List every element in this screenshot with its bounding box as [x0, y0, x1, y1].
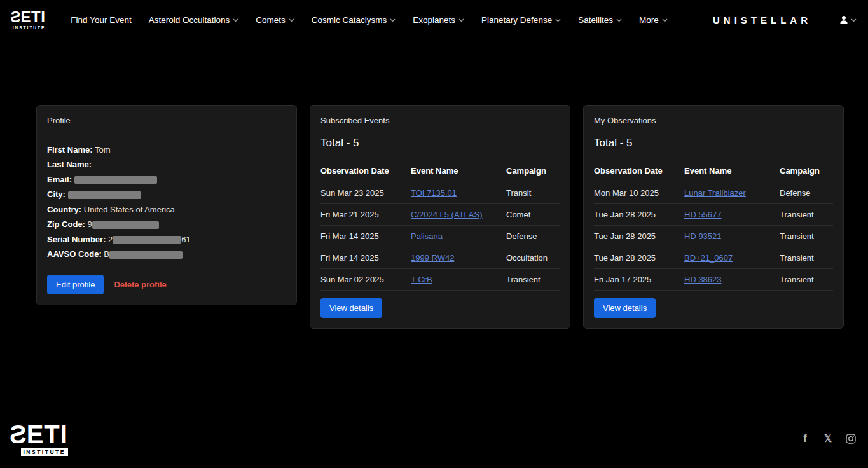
table-row: Tue Jan 28 2025HD 93521Transient — [594, 226, 833, 247]
column-header: Event Name — [411, 160, 506, 182]
unistellar-logo[interactable]: UNISTELLAR — [713, 15, 811, 25]
observation-date-cell: Tue Jan 28 2025 — [594, 226, 684, 247]
nav-item-cosmic-cataclysms[interactable]: Cosmic Cataclysms — [312, 15, 396, 25]
instagram-icon[interactable] — [845, 433, 857, 444]
subscribed-events-view-details-button[interactable]: View details — [320, 298, 382, 318]
observation-date-cell: Fri Mar 21 2025 — [320, 204, 411, 226]
observation-date-cell: Sun Mar 23 2025 — [320, 182, 411, 204]
event-link[interactable]: TOI 7135.01 — [411, 188, 457, 198]
x-twitter-icon[interactable]: 𝕏 — [822, 433, 834, 444]
chevron-down-icon — [390, 18, 396, 22]
event-name-cell: HD 93521 — [684, 226, 780, 247]
subscribed-events-card: Subscribed Events Total - 5 Observation … — [310, 105, 570, 329]
dashboard: Profile First Name: TomLast Name: Email:… — [0, 105, 868, 329]
nav-item-more[interactable]: More — [639, 15, 668, 25]
table-row: Sun Mar 02 2025T CrBTransient — [320, 269, 560, 291]
nav-item-label: Asteroid Occultations — [149, 15, 230, 25]
event-name-cell: 1999 RW42 — [411, 247, 506, 269]
profile-field: Zip Code: 9 — [47, 219, 286, 230]
subscribed-events-total: Total - 5 — [320, 137, 560, 149]
campaign-cell: Transient — [780, 269, 833, 291]
nav-item-planetary-defense[interactable]: Planetary Defense — [481, 15, 561, 25]
event-name-cell: TOI 7135.01 — [411, 182, 506, 204]
nav-item-comets[interactable]: Comets — [256, 15, 294, 25]
profile-field: City: — [47, 189, 286, 200]
observation-date-cell: Tue Jan 28 2025 — [594, 204, 684, 226]
table-header-row: Observation DateEvent NameCampaign — [320, 160, 560, 182]
profile-field: AAVSO Code: B — [47, 249, 286, 260]
table-row: Sun Mar 23 2025TOI 7135.01Transit — [320, 182, 560, 204]
profile-field: Country: United States of America — [47, 204, 286, 216]
chevron-down-icon — [458, 18, 464, 22]
profile-field-label: Email: — [47, 175, 72, 184]
nav-item-satellites[interactable]: Satellites — [578, 15, 622, 25]
footer-seti-logo-subtitle: INSTITUTE — [21, 448, 68, 457]
observation-date-cell: Mon Mar 10 2025 — [594, 182, 684, 204]
my-observations-table: Observation DateEvent NameCampaign Mon M… — [594, 160, 833, 291]
observation-date-cell: Sun Mar 02 2025 — [320, 269, 411, 291]
redacted-value — [68, 191, 141, 199]
nav-item-label: Find Your Event — [71, 15, 131, 25]
campaign-cell: Transient — [780, 204, 833, 226]
redacted-value — [113, 236, 181, 244]
footer-seti-logo[interactable]: SETI INSTITUTE — [9, 422, 68, 457]
nav-item-asteroid-occultations[interactable]: Asteroid Occultations — [149, 15, 239, 25]
campaign-cell: Transient — [506, 269, 560, 291]
profile-field-label: Country: — [47, 205, 81, 214]
profile-field-label: City: — [47, 189, 65, 199]
profile-field-label: Zip Code: — [47, 219, 85, 229]
chevron-down-icon — [555, 18, 561, 22]
table-row: Fri Mar 14 2025PalisanaDefense — [320, 226, 560, 247]
seti-logo-subtitle: INSTITUTE — [13, 26, 46, 31]
my-observations-view-details-button[interactable]: View details — [594, 298, 656, 318]
nav-item-find-your-event[interactable]: Find Your Event — [71, 15, 131, 25]
event-link[interactable]: HD 38623 — [684, 275, 722, 284]
event-link[interactable]: Lunar Trailblazer — [684, 188, 746, 198]
event-name-cell: BD+21_0607 — [684, 247, 780, 269]
user-icon — [838, 14, 850, 25]
chevron-down-icon — [662, 18, 668, 22]
observation-date-cell: Fri Mar 14 2025 — [320, 226, 411, 247]
chevron-down-icon — [289, 18, 294, 22]
redacted-value — [92, 221, 159, 229]
edit-profile-button[interactable]: Edit profile — [47, 275, 104, 294]
profile-fields: First Name: TomLast Name: Email: City: C… — [47, 144, 286, 261]
event-link[interactable]: T CrB — [411, 275, 432, 284]
chevron-down-icon — [851, 18, 857, 22]
my-observations-card: My Observations Total - 5 Observation Da… — [583, 105, 844, 329]
profile-field-label: Serial Number: — [47, 235, 106, 244]
nav-item-label: Exoplanets — [413, 15, 455, 25]
delete-profile-button[interactable]: Delete profile — [114, 280, 166, 289]
event-link[interactable]: HD 93521 — [684, 231, 722, 241]
column-header: Campaign — [506, 160, 560, 182]
profile-field: Email: — [47, 174, 286, 186]
event-link[interactable]: 1999 RW42 — [411, 253, 454, 263]
event-link[interactable]: BD+21_0607 — [684, 253, 733, 263]
chevron-down-icon — [616, 18, 622, 22]
event-link[interactable]: HD 55677 — [684, 210, 722, 219]
nav-item-label: More — [639, 15, 659, 25]
campaign-cell: Transient — [780, 226, 833, 247]
event-link[interactable]: Palisana — [411, 231, 443, 241]
profile-card: Profile First Name: TomLast Name: Email:… — [36, 105, 297, 305]
redacted-value — [74, 176, 157, 184]
nav-item-exoplanets[interactable]: Exoplanets — [413, 15, 464, 25]
observation-date-cell: Tue Jan 28 2025 — [594, 247, 684, 269]
facebook-icon[interactable]: f — [799, 433, 811, 444]
column-header: Observation Date — [320, 160, 411, 182]
campaign-cell: Defense — [506, 226, 560, 247]
table-row: Fri Mar 21 2025C/2024 L5 (ATLAS)Comet — [320, 204, 560, 226]
profile-field: Last Name: — [47, 159, 286, 170]
chevron-down-icon — [233, 18, 238, 22]
profile-card-title: Profile — [47, 116, 286, 125]
table-row: Fri Jan 17 2025HD 38623Transient — [594, 269, 833, 291]
table-header-row: Observation DateEvent NameCampaign — [594, 160, 833, 182]
top-nav-bar: SETI INSTITUTE Find Your EventAsteroid O… — [0, 0, 868, 39]
column-header: Campaign — [780, 160, 833, 182]
subscribed-events-table: Observation DateEvent NameCampaign Sun M… — [320, 160, 560, 291]
event-name-cell: C/2024 L5 (ATLAS) — [411, 204, 506, 226]
profile-actions: Edit profile Delete profile — [47, 275, 286, 294]
account-menu[interactable] — [838, 14, 857, 25]
seti-logo[interactable]: SETI INSTITUTE — [10, 10, 45, 31]
event-link[interactable]: C/2024 L5 (ATLAS) — [411, 210, 482, 219]
